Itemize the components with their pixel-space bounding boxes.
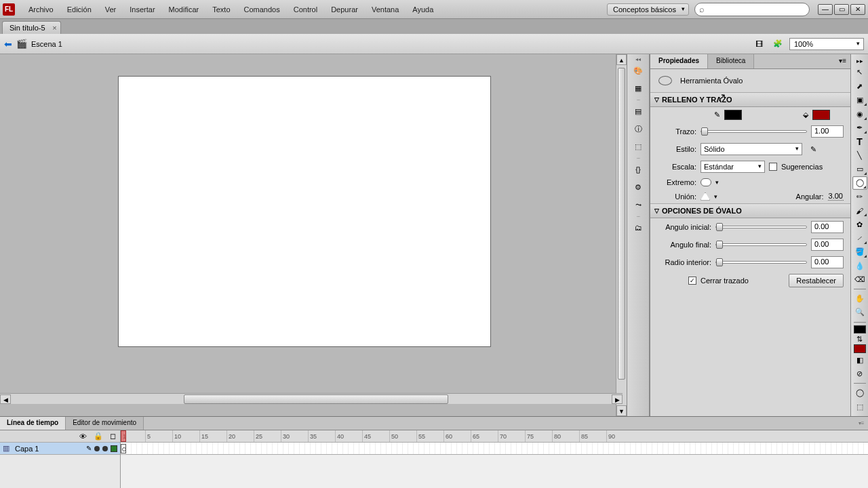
menu-modificar[interactable]: Modificar — [162, 5, 206, 14]
deco-tool[interactable]: ✿ — [852, 218, 867, 230]
layer-visible-dot[interactable] — [94, 446, 100, 451]
panel-color-icon[interactable]: 🎨 — [630, 62, 646, 79]
panel-code-icon[interactable]: {} — [630, 161, 646, 178]
menu-ventana[interactable]: Ventana — [365, 5, 406, 14]
join-dropdown-icon[interactable]: ▾ — [714, 193, 717, 200]
end-angle-slider[interactable] — [715, 243, 807, 246]
outline-header-icon[interactable]: ◻ — [110, 432, 116, 441]
bone-tool[interactable]: ⟋ — [852, 232, 867, 245]
end-angle-input[interactable]: 0.00 — [811, 239, 844, 251]
hscroll-right[interactable]: ▶ — [612, 394, 623, 404]
horizontal-scrollbar[interactable] — [11, 394, 612, 404]
restore-button[interactable]: ▭ — [834, 4, 849, 15]
playhead[interactable] — [121, 430, 126, 442]
back-arrow-icon[interactable]: ⬅ — [4, 39, 12, 49]
brush-tool[interactable]: 🖌 — [852, 204, 867, 217]
join-style-icon[interactable] — [701, 192, 710, 201]
restablecer-button[interactable]: Restablecer — [789, 274, 844, 287]
menu-comandos[interactable]: Comandos — [237, 5, 287, 14]
subselection-tool[interactable]: ⬈ — [852, 80, 867, 93]
panel-components-icon[interactable]: ⚙ — [630, 179, 646, 195]
eraser-tool[interactable]: ⌫ — [852, 273, 867, 286]
rectangle-tool[interactable]: ▭ — [852, 163, 867, 176]
layer-name[interactable]: Capa 1 — [15, 445, 83, 453]
free-transform-tool[interactable]: ▣ — [852, 94, 867, 106]
stroke-style-select[interactable]: Sólido — [701, 143, 802, 155]
vertical-scrollbar[interactable]: ▲▼ — [616, 54, 627, 416]
timeline-ruler[interactable]: 151015202530354045505560657075808590 — [121, 430, 868, 443]
hscroll-left[interactable]: ◀ — [0, 394, 11, 404]
lock-header-icon[interactable]: 🔒 — [94, 432, 103, 441]
cap-style-icon[interactable] — [701, 178, 711, 186]
panel-align-icon[interactable]: ▤ — [630, 103, 646, 119]
section-relleno-trazo[interactable]: ▽ RELLENO Y TRAZO — [650, 92, 850, 107]
tab-propiedades[interactable]: Propiedades — [650, 54, 708, 68]
layer-row[interactable]: ▥ Capa 1 ✎ — [0, 443, 120, 455]
search-input[interactable] — [694, 3, 810, 16]
cap-dropdown-icon[interactable]: ▾ — [715, 179, 719, 186]
sugerencias-checkbox[interactable] — [769, 163, 777, 171]
line-tool[interactable]: ╲ — [852, 148, 867, 161]
selection-tool[interactable]: ↖ — [852, 66, 867, 79]
panel-transform-icon[interactable]: ⬚ — [630, 138, 646, 155]
cerrar-trazado-checkbox[interactable] — [688, 277, 696, 285]
fill-color-swatch[interactable] — [812, 110, 830, 120]
inner-radius-input[interactable]: 0.00 — [811, 256, 844, 268]
zoom-tool[interactable]: 🔍 — [852, 306, 867, 319]
document-tab[interactable]: Sin título-5 × — [2, 21, 61, 34]
stroke-color-tool[interactable] — [854, 325, 866, 334]
section-opciones-ovalo[interactable]: ▽ OPCIONES DE ÓVALO — [650, 203, 850, 218]
panel-options-icon[interactable]: ▾≡ — [835, 54, 850, 68]
expand-toolbar-icon[interactable]: ▸▸ — [852, 57, 867, 65]
default-colors-icon[interactable]: ◧ — [852, 354, 867, 367]
timeline-options-icon[interactable]: ▾≡ — [854, 417, 868, 430]
stroke-weight-input[interactable]: 1.00 — [811, 125, 844, 138]
menu-ayuda[interactable]: Ayuda — [406, 5, 440, 14]
object-drawing-toggle[interactable]: ◯ — [852, 386, 867, 399]
close-tab-icon[interactable]: × — [52, 24, 56, 32]
stroke-weight-slider[interactable] — [701, 130, 807, 133]
menu-archivo[interactable]: Archivo — [22, 5, 60, 14]
fill-color-tool[interactable] — [854, 344, 866, 353]
menu-texto[interactable]: Texto — [205, 5, 237, 14]
menu-insertar[interactable]: Insertar — [123, 5, 161, 14]
text-tool[interactable]: T — [852, 135, 867, 148]
tab-linea-tiempo[interactable]: Línea de tiempo — [0, 417, 66, 430]
no-color-icon[interactable]: ⊘ — [852, 367, 867, 380]
start-angle-input[interactable]: 0.00 — [811, 221, 844, 233]
menu-ver[interactable]: Ver — [98, 5, 123, 14]
menu-control[interactable]: Control — [287, 5, 324, 14]
hand-tool[interactable]: ✋ — [852, 292, 867, 305]
panel-project-icon[interactable]: 🗂 — [630, 220, 646, 236]
frame-track[interactable] — [121, 443, 868, 455]
layer-lock-dot[interactable] — [102, 446, 108, 451]
layer-outline-toggle[interactable] — [111, 445, 117, 452]
minimize-button[interactable]: — — [818, 4, 833, 15]
collapse-handle[interactable]: ◂◂ — [630, 57, 646, 61]
tab-biblioteca[interactable]: Biblioteca — [708, 54, 754, 68]
snap-toggle[interactable]: ⬚ — [852, 401, 867, 413]
visibility-header-icon[interactable]: 👁 — [79, 432, 87, 441]
edit-symbols-icon[interactable]: 🧩 — [770, 37, 785, 52]
workspace-selector[interactable]: Conceptos básicos — [607, 3, 689, 16]
pencil-tool[interactable]: ✏ — [852, 190, 867, 203]
panel-motion-icon[interactable]: ⤳ — [630, 197, 646, 213]
edit-stroke-style-icon[interactable]: ✎ — [806, 143, 820, 155]
edit-scene-icon[interactable]: 🎞 — [751, 37, 766, 52]
scale-select[interactable]: Estándar — [701, 161, 765, 173]
keyframe[interactable] — [121, 444, 126, 453]
stage-canvas[interactable] — [118, 76, 491, 347]
panel-swatches-icon[interactable]: ▦ — [630, 80, 646, 96]
oval-tool[interactable]: ◯ — [852, 176, 867, 190]
pen-tool[interactable]: ✒ — [852, 121, 867, 134]
panel-info-icon[interactable]: ⓘ — [630, 121, 646, 137]
eyedropper-tool[interactable]: 💧 — [852, 259, 867, 272]
start-angle-slider[interactable] — [715, 226, 807, 228]
zoom-select[interactable]: 100% — [789, 38, 864, 50]
lasso-tool[interactable]: ◉ — [852, 107, 867, 120]
paint-bucket-tool[interactable]: 🪣 — [852, 245, 867, 258]
stroke-color-swatch[interactable] — [724, 110, 742, 120]
inner-radius-slider[interactable] — [715, 261, 807, 264]
tab-editor-movimiento[interactable]: Editor de movimiento — [66, 417, 144, 430]
menu-depurar[interactable]: Depurar — [324, 5, 365, 14]
